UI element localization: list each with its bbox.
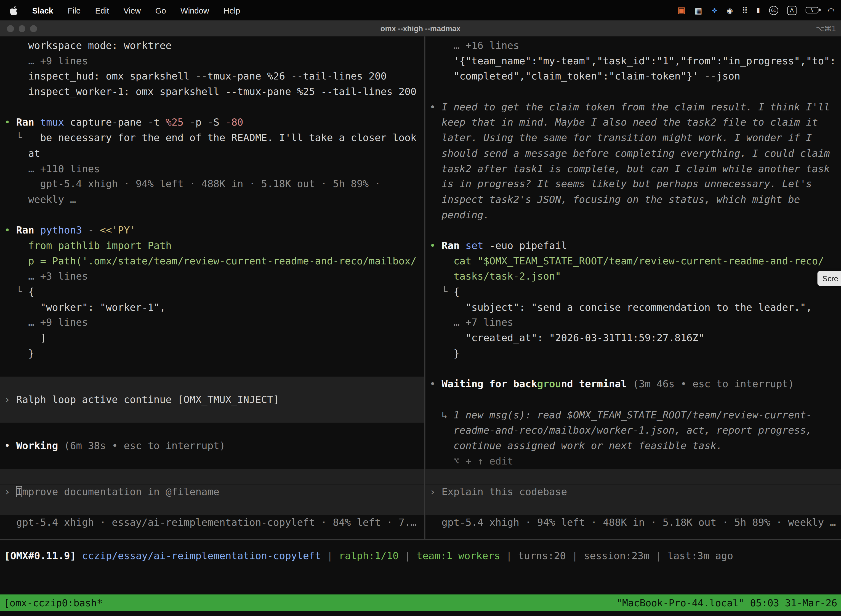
text-segment: •	[4, 117, 16, 128]
menu-window[interactable]: Window	[180, 6, 209, 15]
text-segment: at	[4, 147, 40, 159]
menu-go[interactable]: Go	[155, 6, 166, 15]
screen-edge-overlay: Scre	[818, 271, 841, 286]
text-segment: inspect task2's JSON, focusing on the st…	[429, 194, 800, 205]
text-segment: set	[466, 240, 484, 251]
text-segment: keep that in mind. Maybe I also need the…	[429, 117, 818, 128]
text-segment: readme-and-reco/mailbox/worker-1.json, a…	[429, 424, 812, 436]
text-segment: └	[429, 286, 454, 297]
battery-icon[interactable]: ϟ	[806, 7, 819, 13]
text-segment: session:23m	[584, 550, 649, 561]
terminal-line: should send a message before completing …	[425, 146, 841, 161]
terminal-window: omx --xhigh --madmax ⌥⌘1 workspace_mode:…	[0, 21, 841, 616]
text-segment: cat "$OMX_TEAM_STATE_ROOT/team/review-cu…	[429, 255, 824, 267]
terminal-line: … +110 lines	[0, 161, 424, 177]
text-segment: Ralph loop active continue [OMX_TMUX_INJ…	[16, 393, 279, 405]
terminal-line	[0, 500, 424, 515]
omx-hud-status-line: [OMX#0.11.9] cczip/essay/ai-reimplementa…	[0, 549, 841, 564]
text-segment: •	[429, 240, 441, 251]
text-segment: … +9 lines	[4, 55, 88, 66]
text-segment: -80	[226, 117, 243, 128]
terminal-line: from pathlib import Path	[0, 238, 424, 254]
text-segment: gpt-5.4 xhigh · 94% left · 488K in · 5.1…	[429, 517, 836, 528]
terminal-line: └ {	[425, 284, 841, 300]
blue-app-icon[interactable]: ❖	[711, 7, 718, 13]
terminal-line: readme-and-reco/mailbox/worker-1.json, a…	[425, 423, 841, 438]
menu-view[interactable]: View	[124, 6, 141, 15]
text-segment: Waiting for back	[441, 378, 537, 390]
text-segment: ⌥ + ↑ edit	[429, 455, 513, 467]
text-segment: Ran	[441, 240, 466, 251]
terminal-line: • Ran python3 - <<'PY'	[0, 223, 424, 238]
terminal-line: gpt-5.4 xhigh · 94% left · 488K in · 5.1…	[0, 177, 424, 192]
window-titlebar[interactable]: omx --xhigh --madmax ⌥⌘1	[0, 21, 841, 37]
text-segment: I need to get the claim token from the c…	[441, 101, 830, 113]
text-segment: |	[566, 550, 584, 561]
terminal-pane-right[interactable]: … +16 lines '{"team_name":"my-team","tas…	[425, 37, 841, 539]
menu-help[interactable]: Help	[224, 6, 240, 15]
text-segment: -p -S	[183, 117, 226, 128]
text-segment: "completed","claim_token":"claim-token"}…	[429, 70, 740, 82]
text-segment: ›	[4, 393, 16, 405]
composer-input[interactable]: › Improve documentation in @filename	[0, 484, 424, 500]
text-segment: nd terminal	[561, 378, 633, 390]
terminal-line: … +3 lines	[0, 269, 424, 285]
text-segment: workspace_mode: worktree	[4, 40, 171, 51]
tmux-session-label: [omx-cczip0:bash*	[4, 597, 103, 609]
terminal-line	[0, 407, 424, 423]
wifi-icon[interactable]: ◠	[828, 6, 834, 14]
terminal-line	[0, 377, 424, 392]
terminal-line: weekly …	[0, 192, 424, 208]
terminal-line	[425, 84, 841, 100]
terminal-line: task2 after task1 is complete, but can I…	[425, 161, 841, 177]
composer-input[interactable]: › Explain this codebase	[425, 484, 841, 500]
text-segment: python3	[40, 224, 82, 236]
text-segment: … +9 lines	[4, 317, 88, 328]
text-segment: … +3 lines	[4, 270, 88, 282]
text-segment: <<'PY'	[100, 224, 136, 236]
pill-icon[interactable]: ▮	[756, 7, 760, 13]
terminal-line	[425, 500, 841, 515]
text-segment: └	[4, 286, 28, 297]
text-segment: •	[4, 440, 16, 451]
app-menu-slack[interactable]: Slack	[32, 6, 53, 15]
apple-logo-icon[interactable]	[10, 5, 18, 15]
working-status: • Working (6m 38s • esc to interrupt)	[0, 438, 424, 454]
text-segment: inspect_worker-1: omx sparkshell --tmux-…	[4, 86, 417, 97]
input-source-icon[interactable]: A	[787, 6, 796, 15]
terminal-line: workspace_mode: worktree	[0, 38, 424, 54]
text-segment: capture-pane -t	[64, 117, 166, 128]
terminal-line: "subject": "send a concise recommendatio…	[425, 300, 841, 315]
terminal-line	[425, 223, 841, 238]
dots-grid-icon[interactable]: ⠿	[742, 6, 747, 14]
text-segment: {	[454, 286, 460, 297]
terminal-line: at	[0, 146, 424, 161]
terminal-line: • Ran tmux capture-pane -t %25 -p -S -80	[0, 115, 424, 131]
text-segment: cczip/essay/ai-reimplementation-copyleft	[82, 550, 321, 561]
session-status: gpt-5.4 xhigh · essay/ai-reimplementatio…	[0, 515, 424, 531]
text-segment: "subject": "send a concise recommendatio…	[429, 301, 812, 313]
text-segment: '{"team_name":"my-team","task_id":"1","f…	[429, 55, 836, 66]
text-segment: -	[82, 224, 100, 236]
terminal-line: }	[0, 346, 424, 361]
text-segment: tasks/task-2.json"	[429, 270, 561, 282]
text-segment: … +7 lines	[429, 317, 513, 328]
gauge-icon[interactable]: 61	[769, 6, 778, 15]
circle-app-icon[interactable]: ◉	[727, 7, 733, 13]
grid-icon[interactable]: ▦	[695, 6, 702, 14]
terminal-line: }	[425, 346, 841, 361]
text-segment: later. Using the same for transition mig…	[429, 132, 812, 143]
text-segment: Ran	[16, 117, 40, 128]
terminal-pane-left[interactable]: workspace_mode: worktree … +9 lines insp…	[0, 37, 424, 539]
terminal-line: "completed","claim_token":"claim-token"}…	[425, 69, 841, 84]
terminal-line: ]	[0, 331, 424, 346]
menu-file[interactable]: File	[67, 6, 81, 15]
text-segment: is in progress? It seems likely but perh…	[429, 178, 812, 189]
screen-recording-icon[interactable]: ▣	[677, 6, 686, 14]
terminal-line: pending.	[425, 207, 841, 223]
terminal-line: p = Path('.omx/state/team/review-current…	[0, 254, 424, 269]
terminal-line	[425, 469, 841, 484]
menu-edit[interactable]: Edit	[95, 6, 109, 15]
terminal-line: … +9 lines	[0, 54, 424, 69]
terminal-line: … +16 lines	[425, 38, 841, 54]
